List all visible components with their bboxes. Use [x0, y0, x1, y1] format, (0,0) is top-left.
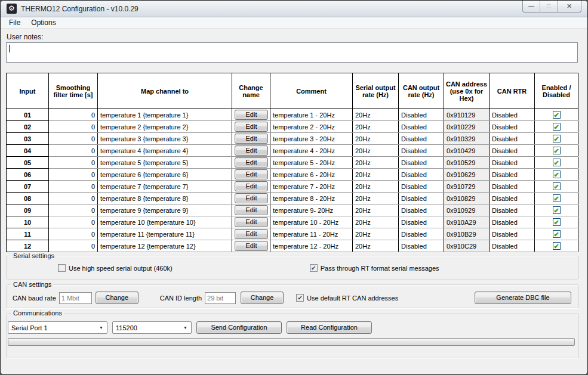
- menu-options[interactable]: Options: [26, 18, 61, 27]
- send-configuration-button[interactable]: Send Configuration: [196, 321, 282, 334]
- can-address-cell[interactable]: 0x910429: [444, 145, 490, 157]
- can-rate-cell[interactable]: Disabled: [399, 157, 444, 169]
- generate-dbc-button[interactable]: Generate DBC file: [475, 292, 571, 304]
- can-address-cell[interactable]: 0x910229: [444, 121, 490, 133]
- smoothing-cell[interactable]: 0: [49, 216, 98, 228]
- can-address-cell[interactable]: 0x910629: [444, 169, 490, 181]
- enabled-checkbox[interactable]: ✔: [553, 218, 561, 226]
- enabled-checkbox[interactable]: ✔: [553, 206, 561, 214]
- can-rtr-cell[interactable]: Disabled: [490, 228, 535, 240]
- edit-button[interactable]: Edit: [235, 229, 268, 239]
- default-rt-addresses-checkbox[interactable]: ✔ Use default RT CAN addresses: [296, 294, 398, 302]
- input-number-cell[interactable]: 12: [7, 240, 49, 252]
- enabled-checkbox[interactable]: ✔: [553, 159, 561, 166]
- map-channel-cell[interactable]: temperature 10 {temperature 10}: [98, 216, 232, 228]
- input-number-cell[interactable]: 05: [7, 157, 49, 169]
- read-configuration-button[interactable]: Read Configuration: [287, 321, 372, 334]
- comment-cell[interactable]: temperature 7 - 20Hz: [270, 181, 353, 193]
- edit-button[interactable]: Edit: [235, 110, 268, 120]
- map-channel-cell[interactable]: temperature 6 {temperature 6}: [98, 169, 232, 181]
- can-rtr-cell[interactable]: Disabled: [490, 216, 535, 228]
- edit-button[interactable]: Edit: [235, 205, 268, 215]
- enabled-checkbox[interactable]: ✔: [553, 194, 561, 202]
- edit-button[interactable]: Edit: [235, 122, 268, 132]
- smoothing-cell[interactable]: 0: [49, 193, 98, 204]
- checkbox-box[interactable]: ✔: [296, 294, 304, 302]
- serial-rate-cell[interactable]: 20Hz: [353, 145, 399, 157]
- can-rtr-cell[interactable]: Disabled: [490, 193, 535, 204]
- can-rate-cell[interactable]: Disabled: [399, 121, 444, 133]
- map-channel-cell[interactable]: temperature 7 {temperature 7}: [98, 181, 232, 193]
- enabled-checkbox[interactable]: ✔: [553, 111, 561, 119]
- serial-rate-cell[interactable]: 20Hz: [353, 240, 399, 252]
- enabled-checkbox[interactable]: ✔: [553, 182, 561, 190]
- can-rate-cell[interactable]: Disabled: [399, 228, 444, 240]
- edit-button[interactable]: Edit: [235, 181, 268, 191]
- smoothing-cell[interactable]: 0: [49, 109, 98, 121]
- menu-file[interactable]: File: [4, 18, 26, 27]
- map-channel-cell[interactable]: temperature 9 {temperature 9}: [98, 204, 232, 216]
- can-address-cell[interactable]: 0x910A29: [444, 216, 490, 228]
- close-button[interactable]: ✕: [558, 1, 581, 12]
- serial-rate-cell[interactable]: 20Hz: [353, 109, 399, 121]
- map-channel-cell[interactable]: temperature 3 {temperature 3}: [98, 133, 232, 145]
- can-rtr-cell[interactable]: Disabled: [490, 181, 535, 193]
- smoothing-cell[interactable]: 0: [49, 228, 98, 240]
- enabled-checkbox[interactable]: ✔: [553, 230, 561, 238]
- input-number-cell[interactable]: 01: [7, 109, 49, 121]
- can-rtr-cell[interactable]: Disabled: [490, 121, 535, 133]
- input-number-cell[interactable]: 06: [7, 169, 49, 181]
- can-rtr-cell[interactable]: Disabled: [490, 145, 535, 157]
- serial-rate-cell[interactable]: 20Hz: [353, 216, 399, 228]
- input-number-cell[interactable]: 03: [7, 133, 49, 145]
- comment-cell[interactable]: temperature 3 - 20Hz: [270, 133, 353, 145]
- can-rtr-cell[interactable]: Disabled: [490, 169, 535, 181]
- can-rate-cell[interactable]: Disabled: [399, 133, 444, 145]
- comment-cell[interactable]: temperature 6 - 20Hz: [270, 169, 353, 181]
- serial-rate-cell[interactable]: 20Hz: [353, 133, 399, 145]
- input-number-cell[interactable]: 02: [7, 121, 49, 133]
- can-address-cell[interactable]: 0x910929: [444, 204, 490, 216]
- can-rate-cell[interactable]: Disabled: [399, 240, 444, 252]
- can-rate-cell[interactable]: Disabled: [399, 109, 444, 121]
- edit-button[interactable]: Edit: [235, 217, 268, 227]
- comment-cell[interactable]: temperature 11 - 20Hz: [270, 228, 353, 240]
- can-rate-cell[interactable]: Disabled: [399, 204, 444, 216]
- input-number-cell[interactable]: 07: [7, 181, 49, 193]
- can-address-cell[interactable]: 0x910529: [444, 157, 490, 169]
- input-number-cell[interactable]: 10: [7, 216, 49, 228]
- enabled-checkbox[interactable]: ✔: [553, 123, 561, 131]
- can-baud-change-button[interactable]: Change: [96, 292, 138, 304]
- smoothing-cell[interactable]: 0: [49, 157, 98, 169]
- serial-rate-cell[interactable]: 20Hz: [353, 121, 399, 133]
- edit-button[interactable]: Edit: [235, 134, 268, 144]
- enabled-checkbox[interactable]: ✔: [553, 147, 561, 154]
- can-rtr-cell[interactable]: Disabled: [490, 204, 535, 216]
- can-address-cell[interactable]: 0x910B29: [444, 228, 490, 240]
- can-rate-cell[interactable]: Disabled: [399, 216, 444, 228]
- minimize-button[interactable]: —: [523, 1, 540, 12]
- input-number-cell[interactable]: 04: [7, 145, 49, 157]
- can-rate-cell[interactable]: Disabled: [399, 169, 444, 181]
- can-address-cell[interactable]: 0x910C29: [444, 240, 490, 252]
- input-number-cell[interactable]: 11: [7, 228, 49, 240]
- map-channel-cell[interactable]: temperature 1 {temperature 1}: [98, 109, 232, 121]
- high-speed-serial-checkbox[interactable]: Use high speed serial output (460k): [58, 264, 173, 272]
- map-channel-cell[interactable]: temperature 2 {temperature 2}: [98, 121, 232, 133]
- can-rate-cell[interactable]: Disabled: [399, 193, 444, 204]
- comment-cell[interactable]: temperature 5 - 20Hz: [270, 157, 353, 169]
- checkbox-box[interactable]: ✔: [310, 264, 318, 272]
- can-id-length-field[interactable]: 29 bit: [205, 292, 236, 304]
- enabled-checkbox[interactable]: ✔: [553, 242, 561, 250]
- user-notes-input[interactable]: [6, 42, 578, 63]
- edit-button[interactable]: Edit: [235, 193, 268, 203]
- can-baud-rate-field[interactable]: 1 Mbit: [59, 292, 92, 304]
- serial-rate-cell[interactable]: 20Hz: [353, 204, 399, 216]
- can-rtr-cell[interactable]: Disabled: [490, 109, 535, 121]
- serial-port-dropdown[interactable]: Serial Port 1 ▼: [8, 321, 107, 334]
- enabled-checkbox[interactable]: ✔: [553, 135, 561, 142]
- map-channel-cell[interactable]: temperature 5 {temperature 5}: [98, 157, 232, 169]
- serial-rate-cell[interactable]: 20Hz: [353, 181, 399, 193]
- serial-rate-cell[interactable]: 20Hz: [353, 157, 399, 169]
- pass-through-rt-checkbox[interactable]: ✔ Pass through RT format serial messages: [310, 264, 439, 272]
